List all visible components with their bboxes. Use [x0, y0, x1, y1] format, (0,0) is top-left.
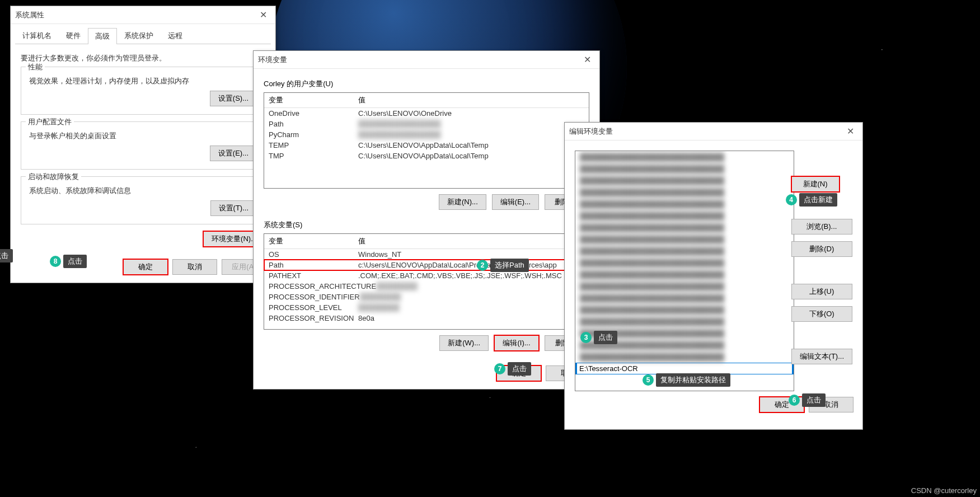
- callout-num-8: 8: [50, 256, 61, 267]
- delete-button[interactable]: 删除(D): [791, 241, 852, 257]
- sys-vars-label: 系统变量(S): [264, 220, 589, 230]
- user-vars-label: Corley 的用户变量(U): [264, 79, 589, 89]
- env-vars-dialog: 环境变量 ✕ Corley 的用户变量(U) 变量值 OneDriveC:\Us…: [253, 50, 600, 390]
- callout-1: 1 点击: [0, 249, 13, 262]
- table-row[interactable]: PROCESSOR_LEVEL████████: [264, 302, 589, 313]
- callout-text-2: 选择Path: [490, 259, 529, 272]
- callout-text-8: 点击: [63, 255, 87, 268]
- callout-8: 8 点击: [50, 255, 87, 268]
- callout-num-2: 2: [477, 260, 488, 271]
- sys-vars-list[interactable]: 变量值 OSWindows_NTPathc:\Users\LENOVO\AppD…: [264, 233, 589, 330]
- titlebar[interactable]: 编辑环境变量 ✕: [565, 123, 862, 140]
- tab-hardware[interactable]: 硬件: [59, 27, 88, 44]
- intro-text: 要进行大多数更改，你必须作为管理员登录。: [21, 53, 265, 63]
- list-item[interactable]: ████████████████████████████: [575, 316, 794, 327]
- user-edit-button[interactable]: 编辑(E)...: [492, 194, 539, 210]
- tab-computer-name[interactable]: 计算机名: [15, 27, 59, 44]
- callout-2: 2 选择Path: [477, 259, 529, 272]
- list-item[interactable]: ████████████████████████████: [575, 175, 794, 186]
- list-item[interactable]: ████████████████████████████: [575, 210, 794, 222]
- list-item[interactable]: ████████████████████████████: [575, 280, 794, 292]
- list-item[interactable]: ████████████████████████████: [575, 186, 794, 198]
- list-item[interactable]: ████████████████████████████: [575, 163, 794, 175]
- list-item[interactable]: ████████████████████████████: [575, 245, 794, 257]
- perf-desc: 视觉效果，处理器计划，内存使用，以及虚拟内存: [29, 76, 257, 86]
- new-button[interactable]: 新建(N): [791, 176, 840, 192]
- tab-system-protection[interactable]: 系统保护: [117, 27, 161, 44]
- table-row[interactable]: OneDriveC:\Users\LENOVO\OneDrive: [264, 108, 589, 119]
- callout-7: 7 点击: [494, 362, 531, 376]
- table-row[interactable]: PROCESSOR_REVISION8e0a: [264, 313, 589, 323]
- profile-group: 用户配置文件 与登录帐户相关的桌面设置 设置(E)...: [21, 121, 265, 170]
- callout-num-3: 3: [580, 332, 592, 343]
- user-new-button[interactable]: 新建(N)...: [439, 194, 486, 210]
- dialog-title: 环境变量: [258, 55, 579, 65]
- table-row[interactable]: TMPC:\Users\LENOVO\AppData\Local\Temp: [264, 151, 589, 161]
- list-item[interactable]: ████████████████████████████: [575, 198, 794, 210]
- sys-edit-button[interactable]: 编辑(I)...: [494, 335, 539, 351]
- startup-settings-button[interactable]: 设置(T)...: [210, 200, 257, 216]
- callout-4: 4 点击新建: [786, 193, 837, 207]
- perf-settings-button[interactable]: 设置(S)...: [210, 91, 257, 106]
- callout-text-7: 点击: [508, 362, 531, 376]
- close-icon[interactable]: ✕: [842, 124, 858, 139]
- edit-env-var-dialog: 编辑环境变量 ✕ ███████████████████████████████…: [564, 122, 863, 430]
- path-input[interactable]: [576, 363, 793, 374]
- startup-title: 启动和故障恢复: [26, 172, 81, 182]
- table-row[interactable]: PROCESSOR_ARCHITECTURE████████: [264, 281, 589, 292]
- list-item[interactable]: ████████████████████████████: [575, 292, 794, 304]
- callout-num-5: 5: [643, 374, 654, 386]
- dialog-title: 编辑环境变量: [569, 126, 842, 137]
- tab-advanced[interactable]: 高级: [88, 28, 117, 44]
- titlebar[interactable]: 系统属性 ✕: [11, 6, 275, 24]
- startup-group: 启动和故障恢复 系统启动、系统故障和调试信息 设置(T)...: [21, 176, 265, 224]
- table-row[interactable]: Path████████████████: [264, 119, 589, 129]
- startup-desc: 系统启动、系统故障和调试信息: [29, 186, 257, 196]
- callout-num-7: 7: [494, 363, 505, 374]
- callout-text-5: 复制并粘贴安装路径: [656, 373, 730, 387]
- list-item[interactable]: ████████████████████████████: [575, 151, 794, 163]
- browse-button[interactable]: 浏览(B)...: [791, 219, 852, 235]
- list-item[interactable]: ████████████████████████████: [575, 222, 794, 233]
- table-row[interactable]: Pathc:\Users\LENOVO\AppData\Local\Progra…: [264, 260, 589, 270]
- list-item[interactable]: ████████████████████████████: [575, 269, 794, 280]
- sys-new-button[interactable]: 新建(W)...: [439, 335, 489, 351]
- path-list[interactable]: ████████████████████████████████████████…: [575, 151, 794, 391]
- profile-title: 用户配置文件: [26, 117, 74, 127]
- callout-5: 5 复制并粘贴安装路径: [643, 373, 794, 387]
- profile-settings-button[interactable]: 设置(E)...: [210, 146, 257, 161]
- callout-text-3: 点击: [594, 331, 617, 344]
- list-item[interactable]: ████████████████████████████: [575, 351, 794, 363]
- titlebar[interactable]: 环境变量 ✕: [254, 51, 599, 69]
- user-vars-list[interactable]: 变量值 OneDriveC:\Users\LENOVO\OneDrivePath…: [264, 92, 589, 189]
- list-item[interactable]: ████████████████████████████: [575, 233, 794, 245]
- callout-3: 3 点击: [580, 331, 617, 344]
- table-row[interactable]: PATHEXT.COM;.EXE;.BAT;.CMD;.VBS;.VBE;.JS…: [264, 270, 589, 281]
- perf-title: 性能: [26, 62, 45, 72]
- close-icon[interactable]: ✕: [255, 7, 271, 23]
- moveup-button[interactable]: 上移(U): [791, 284, 852, 299]
- callout-num-4: 4: [786, 194, 797, 205]
- table-row[interactable]: PyCharm████████████████: [264, 129, 589, 140]
- watermark: CSDN @cutercorley: [911, 486, 977, 495]
- callout-text-1: 点击: [0, 249, 13, 262]
- list-item[interactable]: ████████████████████████████: [575, 304, 794, 316]
- close-icon[interactable]: ✕: [579, 52, 595, 68]
- ok-button[interactable]: 确定: [123, 259, 168, 275]
- table-row[interactable]: OSWindows_NT: [264, 249, 589, 260]
- cancel-button[interactable]: 取消: [172, 259, 217, 275]
- table-row[interactable]: PROCESSOR_IDENTIFIER████████: [264, 292, 589, 302]
- tabs: 计算机名 硬件 高级 系统保护 远程: [15, 27, 271, 44]
- callout-text-6: 点击: [802, 393, 826, 407]
- movedown-button[interactable]: 下移(O): [791, 306, 852, 322]
- edit-text-button[interactable]: 编辑文本(T)...: [791, 349, 852, 364]
- callout-6: 6 点击: [789, 393, 826, 407]
- hdr-var: 变量: [269, 95, 358, 105]
- callout-text-4: 点击新建: [799, 193, 837, 207]
- side-buttons: 新建(N) 4 点击新建 浏览(B)... 删除(D) 上移(U) 下移(O) …: [791, 176, 852, 364]
- system-properties-dialog: 系统属性 ✕ 计算机名 硬件 高级 系统保护 远程 要进行大多数更改，你必须作为…: [10, 6, 276, 283]
- dialog-title: 系统属性: [15, 10, 255, 20]
- tab-remote[interactable]: 远程: [161, 27, 190, 44]
- table-row[interactable]: TEMPC:\Users\LENOVO\AppData\Local\Temp: [264, 140, 589, 151]
- list-item[interactable]: ████████████████████████████: [575, 257, 794, 269]
